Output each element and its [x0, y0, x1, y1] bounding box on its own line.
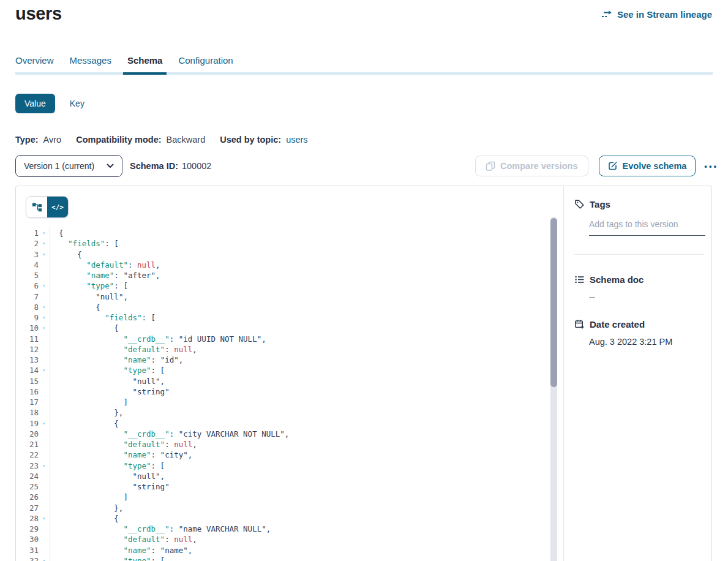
fold-spacer	[39, 429, 50, 439]
fold-spacer	[39, 450, 50, 460]
fold-toggle-icon[interactable]: ▾	[39, 249, 50, 260]
tags-input[interactable]	[589, 219, 705, 236]
stream-lineage-link[interactable]: See in Stream lineage	[601, 9, 712, 20]
fold-toggle-icon[interactable]: ▾	[39, 461, 50, 471]
code-tokens: "default": null,	[50, 534, 197, 544]
fold-spacer	[39, 407, 50, 418]
fold-spacer	[39, 260, 50, 270]
line-number: 23	[16, 461, 39, 471]
code-tokens: {	[50, 302, 100, 312]
date-created-heading: Date created	[574, 319, 704, 329]
code-line: 22"name": "city",	[16, 450, 563, 460]
line-number: 5	[16, 270, 39, 280]
code-tokens: "default": null,	[50, 439, 197, 450]
line-number: 15	[16, 376, 39, 386]
tree-view-button[interactable]	[26, 197, 47, 217]
editor-scrollbar[interactable]	[550, 217, 557, 561]
sidebar-divider	[574, 254, 704, 255]
code-tokens: "__crdb__": "city VARCHAR NOT NULL",	[50, 429, 289, 439]
calendar-plus-icon	[574, 319, 585, 329]
line-number: 26	[16, 492, 39, 502]
fold-spacer	[39, 471, 50, 481]
code-tokens: "null",	[50, 376, 165, 386]
code-tokens: ]	[50, 492, 128, 502]
fold-toggle-icon[interactable]: ▾	[39, 238, 50, 249]
code-line: 12"default": null,	[16, 344, 563, 355]
fold-toggle-icon[interactable]: ▾	[39, 280, 50, 291]
code-line: 6▾"type": [	[16, 280, 563, 291]
schema-code-editor: </> 1▾{2▾"fields": [3▾{4"default": null,…	[16, 186, 563, 561]
fold-spacer	[39, 355, 50, 365]
fold-toggle-icon[interactable]: ▾	[39, 555, 50, 561]
fold-spacer	[39, 439, 50, 450]
line-number: 20	[16, 429, 39, 439]
fold-spacer	[39, 344, 50, 355]
code-line: 30"default": null,	[16, 534, 563, 544]
code-tokens: ]	[50, 397, 128, 407]
line-number: 24	[16, 471, 39, 481]
list-icon	[574, 274, 585, 285]
fold-toggle-icon[interactable]: ▾	[39, 312, 50, 323]
line-number: 1	[16, 228, 39, 238]
tab-configuration[interactable]: Configuration	[178, 55, 233, 72]
line-number: 4	[16, 260, 39, 270]
code-line: 27},	[16, 503, 563, 513]
code-view-icon: </>	[51, 203, 64, 211]
tab-schema[interactable]: Schema	[127, 55, 163, 72]
code-line: 3▾{	[16, 249, 563, 260]
code-line: 32▾"type": [	[16, 555, 563, 561]
tab-overview[interactable]: Overview	[15, 55, 54, 72]
code-tokens: },	[50, 407, 123, 418]
scrollbar-thumb[interactable]	[550, 218, 557, 387]
code-tokens: "type": [	[50, 461, 165, 471]
code-tokens: "name": "name",	[50, 545, 192, 555]
code-tokens: {	[50, 249, 82, 260]
fold-toggle-icon[interactable]: ▾	[39, 365, 50, 375]
key-toggle-button[interactable]: Key	[70, 99, 84, 108]
code-line: 1▾{	[16, 228, 563, 238]
topic-link[interactable]: users	[286, 135, 307, 145]
line-number: 14	[16, 365, 39, 375]
tags-section-heading: Tags	[574, 199, 704, 209]
code-line: 24"null",	[16, 471, 563, 481]
fold-spacer	[39, 376, 50, 386]
line-number: 2	[16, 238, 39, 249]
tree-view-icon	[32, 202, 42, 213]
code-line: 13"name": "id",	[16, 355, 563, 365]
code-view-button[interactable]: </>	[47, 197, 68, 217]
line-number: 27	[16, 503, 39, 513]
code-line: 7"null",	[16, 292, 563, 302]
fold-spacer	[39, 292, 50, 302]
line-number: 19	[16, 418, 39, 429]
line-number: 6	[16, 280, 39, 291]
fold-toggle-icon[interactable]: ▾	[39, 513, 50, 524]
schema-info-sidebar: Tags Schema doc --	[564, 186, 711, 561]
fold-spacer	[39, 534, 50, 544]
code-line: 20"__crdb__": "city VARCHAR NOT NULL",	[16, 429, 563, 439]
fold-spacer	[39, 334, 50, 344]
tab-messages[interactable]: Messages	[70, 55, 111, 72]
used-by-topic-label: Used by topic:	[220, 135, 281, 145]
line-number: 21	[16, 439, 39, 450]
more-actions-button[interactable]: •••	[704, 162, 718, 171]
code-tokens: "string"	[50, 386, 170, 397]
code-tokens: "string"	[50, 481, 170, 492]
version-toolbar: Version 1 (current) Schema ID: 100002 Co…	[15, 155, 718, 177]
fold-toggle-icon[interactable]: ▾	[39, 323, 50, 333]
value-toggle-button[interactable]: Value	[15, 94, 55, 113]
code-line: 23▾"type": [	[16, 461, 563, 471]
fold-toggle-icon[interactable]: ▾	[39, 228, 50, 238]
fold-spacer	[39, 386, 50, 397]
code-tokens: "name": "after",	[50, 270, 160, 280]
schema-page: users See in Stream lineage OverviewMess…	[0, 0, 728, 561]
evolve-schema-button[interactable]: Evolve schema	[599, 156, 696, 176]
fold-spacer	[39, 270, 50, 280]
tab-underline-track	[15, 72, 713, 75]
line-number: 12	[16, 344, 39, 355]
fold-toggle-icon[interactable]: ▾	[39, 418, 50, 429]
gutter-divider	[50, 227, 50, 561]
fold-toggle-icon[interactable]: ▾	[39, 302, 50, 312]
compare-versions-button[interactable]: Compare versions	[475, 156, 588, 176]
line-number: 18	[16, 407, 39, 418]
version-select[interactable]: Version 1 (current)	[15, 155, 122, 177]
